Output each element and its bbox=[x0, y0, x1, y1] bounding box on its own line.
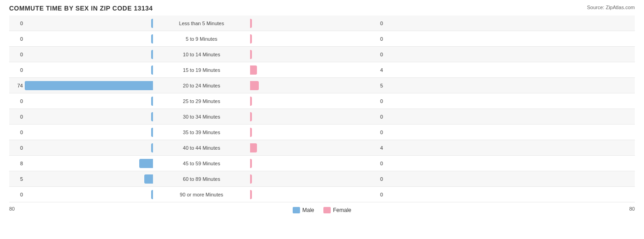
female-bar bbox=[250, 190, 252, 199]
right-section: 0 bbox=[247, 159, 394, 168]
male-bar bbox=[151, 112, 153, 121]
female-bar bbox=[250, 128, 252, 137]
right-section: 4 bbox=[247, 143, 394, 152]
chart-row: 040 to 44 Minutes4 bbox=[9, 140, 635, 156]
legend-female-label: Female bbox=[333, 207, 351, 213]
legend-female-box bbox=[323, 207, 331, 213]
female-value: 0 bbox=[380, 161, 389, 166]
male-value: 0 bbox=[14, 67, 23, 73]
male-value: 0 bbox=[14, 36, 23, 42]
male-value: 0 bbox=[14, 52, 23, 57]
female-bar bbox=[250, 159, 252, 168]
male-bar bbox=[151, 190, 153, 199]
chart-row: 7420 to 24 Minutes5 bbox=[9, 78, 635, 93]
left-section: 0 bbox=[9, 112, 156, 121]
chart-title: COMMUTE TIME BY SEX IN ZIP CODE 13134 bbox=[9, 5, 153, 12]
row-label: 45 to 59 Minutes bbox=[156, 161, 247, 166]
row-label: 90 or more Minutes bbox=[156, 192, 247, 197]
row-label: 20 to 24 Minutes bbox=[156, 83, 247, 88]
chart-row: 030 to 34 Minutes0 bbox=[9, 109, 635, 125]
chart-row: 035 to 39 Minutes0 bbox=[9, 125, 635, 140]
male-bar bbox=[151, 19, 153, 28]
female-value: 0 bbox=[380, 98, 389, 104]
male-value: 8 bbox=[14, 161, 23, 166]
male-bar bbox=[151, 34, 153, 43]
female-value: 0 bbox=[380, 176, 389, 182]
chart-row: 0Less than 5 Minutes0 bbox=[9, 16, 635, 31]
male-value: 0 bbox=[14, 21, 23, 26]
legend-female: Female bbox=[323, 207, 351, 213]
female-bar bbox=[250, 34, 252, 43]
left-section: 0 bbox=[9, 34, 156, 43]
left-section: 0 bbox=[9, 65, 156, 75]
female-value: 0 bbox=[380, 192, 389, 197]
left-section: 74 bbox=[9, 81, 156, 90]
male-bar bbox=[151, 65, 153, 75]
right-section: 0 bbox=[247, 190, 394, 199]
female-bar bbox=[250, 143, 257, 152]
male-value: 0 bbox=[14, 98, 23, 104]
chart-row: 015 to 19 Minutes4 bbox=[9, 62, 635, 78]
left-section: 5 bbox=[9, 174, 156, 184]
male-bar bbox=[139, 159, 153, 168]
female-bar bbox=[250, 112, 252, 121]
female-bar bbox=[250, 174, 252, 184]
chart-row: 560 to 89 Minutes0 bbox=[9, 171, 635, 187]
male-value: 0 bbox=[14, 145, 23, 151]
female-value: 4 bbox=[380, 145, 389, 151]
row-label: 40 to 44 Minutes bbox=[156, 145, 247, 151]
row-label: 15 to 19 Minutes bbox=[156, 67, 247, 73]
left-section: 0 bbox=[9, 19, 156, 28]
axis-left: 80 bbox=[9, 206, 15, 212]
right-section: 4 bbox=[247, 65, 394, 75]
female-bar bbox=[250, 19, 252, 28]
female-bar bbox=[250, 81, 259, 90]
female-bar bbox=[250, 97, 252, 106]
legend-male: Male bbox=[293, 207, 314, 213]
row-label: 5 to 9 Minutes bbox=[156, 36, 247, 42]
female-value: 0 bbox=[380, 114, 389, 120]
chart-row: 090 or more Minutes0 bbox=[9, 187, 635, 202]
male-bar bbox=[151, 97, 153, 106]
male-value: 0 bbox=[14, 192, 23, 197]
chart-row: 05 to 9 Minutes0 bbox=[9, 31, 635, 47]
axis-right: 80 bbox=[629, 206, 635, 212]
male-bar bbox=[151, 143, 153, 152]
right-section: 0 bbox=[247, 19, 394, 28]
male-bar bbox=[144, 174, 153, 184]
row-label: Less than 5 Minutes bbox=[156, 21, 247, 26]
legend-male-label: Male bbox=[302, 207, 314, 213]
legend-male-box bbox=[293, 207, 300, 213]
female-bar bbox=[250, 50, 252, 59]
row-label: 30 to 34 Minutes bbox=[156, 114, 247, 120]
chart-source: Source: ZipAtlas.com bbox=[587, 5, 635, 10]
female-value: 5 bbox=[380, 83, 389, 88]
right-section: 5 bbox=[247, 81, 394, 90]
legend: Male Female bbox=[293, 207, 351, 213]
chart-area: 0Less than 5 Minutes005 to 9 Minutes0010… bbox=[9, 16, 635, 202]
chart-row: 845 to 59 Minutes0 bbox=[9, 156, 635, 171]
female-value: 0 bbox=[380, 130, 389, 135]
right-section: 0 bbox=[247, 34, 394, 43]
right-section: 0 bbox=[247, 128, 394, 137]
right-section: 0 bbox=[247, 174, 394, 184]
right-section: 0 bbox=[247, 112, 394, 121]
female-value: 4 bbox=[380, 67, 389, 73]
male-value: 0 bbox=[14, 130, 23, 135]
left-section: 0 bbox=[9, 50, 156, 59]
chart-row: 025 to 29 Minutes0 bbox=[9, 93, 635, 109]
male-value: 5 bbox=[14, 176, 23, 182]
female-bar bbox=[250, 65, 257, 75]
male-bar bbox=[151, 128, 153, 137]
right-section: 0 bbox=[247, 97, 394, 106]
chart-header: COMMUTE TIME BY SEX IN ZIP CODE 13134 So… bbox=[9, 5, 635, 12]
row-label: 60 to 89 Minutes bbox=[156, 176, 247, 182]
row-label: 10 to 14 Minutes bbox=[156, 52, 247, 57]
female-value: 0 bbox=[380, 21, 389, 26]
left-section: 0 bbox=[9, 190, 156, 199]
left-section: 0 bbox=[9, 97, 156, 106]
left-section: 0 bbox=[9, 143, 156, 152]
male-value: 0 bbox=[14, 114, 23, 120]
female-value: 0 bbox=[380, 52, 389, 57]
axis-row: 80 Male Female 80 bbox=[9, 204, 635, 213]
